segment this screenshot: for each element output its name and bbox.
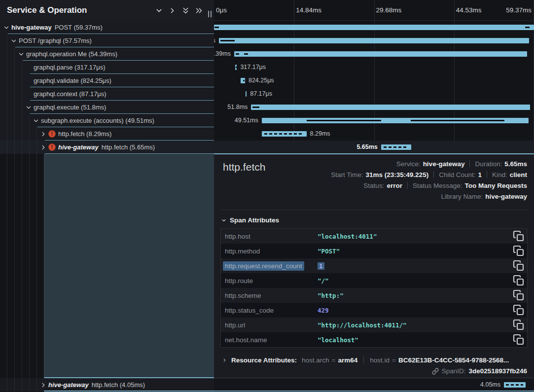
span-bar[interactable] (262, 131, 307, 137)
span-bar[interactable] (251, 105, 530, 110)
span-bar[interactable] (241, 78, 245, 83)
attribute-value[interactable]: "/" (318, 277, 513, 285)
tree-row[interactable]: graphql.parse (317.17μs) (0, 61, 214, 74)
bottom-accent-line (44, 391, 534, 392)
attribute-value[interactable]: "localhost:4011" (318, 233, 513, 240)
chevron-spacer (25, 77, 32, 84)
meta-value: hive-gateway (423, 160, 465, 168)
chevron-right-icon[interactable] (40, 144, 47, 151)
meta-label: Service: (396, 160, 421, 168)
copy-icon[interactable] (513, 245, 525, 257)
chevron-down-icon[interactable] (18, 51, 25, 58)
attribute-key[interactable]: http.status_code (221, 307, 318, 314)
attribute-row: http.host"localhost:4011" (221, 229, 527, 244)
tree-row[interactable]: graphql.execute (51.8ms) (0, 101, 214, 114)
expand-one-icon[interactable] (168, 6, 177, 15)
span-attributes-section-header[interactable]: Span Attributes (221, 216, 279, 224)
operation-label: graphql.operation Me (54.39ms) (26, 50, 117, 58)
span-id-value: 3de02518937fb246 (468, 367, 527, 375)
indent-guide (7, 101, 7, 114)
indent-guide (36, 378, 37, 392)
link-icon[interactable] (432, 368, 439, 375)
indent-guide (14, 101, 15, 114)
attribute-key[interactable]: http.method (221, 248, 318, 255)
indent-guide (14, 378, 15, 392)
span-bar[interactable] (504, 382, 526, 388)
child-span-mark (236, 53, 239, 55)
span-duration-label: 4.05ms (480, 378, 500, 392)
copy-icon[interactable] (513, 289, 525, 301)
chevron-down-icon (221, 217, 227, 223)
chevron-spacer (25, 64, 32, 71)
tree-row[interactable]: POST /graphql (57.57ms) (0, 34, 214, 47)
span-bar[interactable] (235, 65, 237, 70)
span-bar[interactable] (214, 25, 534, 30)
indent-guide (29, 114, 30, 127)
indent-guide (14, 61, 15, 74)
span-bar[interactable] (246, 91, 247, 97)
span-bar[interactable] (381, 144, 412, 150)
attribute-row: http.url"http://localhost:4011/" (221, 318, 527, 332)
tree-row[interactable]: graphql.context (87.17μs) (0, 87, 214, 101)
copy-icon[interactable] (513, 230, 525, 242)
tree-row[interactable]: subgraph.execute (accounts) (49.51ms) (0, 114, 214, 127)
attribute-key[interactable]: http.route (221, 277, 318, 285)
operation-label: http.fetch (5.65ms) (102, 143, 155, 151)
copy-icon[interactable] (513, 275, 525, 286)
chevron-right-icon[interactable] (40, 131, 47, 138)
indent-guide (7, 378, 7, 392)
span-bar[interactable] (262, 118, 529, 123)
child-span-mark (264, 133, 303, 135)
attribute-key[interactable]: net.host.name (221, 336, 318, 344)
indent-guide (7, 87, 7, 101)
span-meta: Service:hive-gatewayDuration:5.65msStart… (331, 158, 527, 202)
attribute-value[interactable]: "POST" (318, 248, 513, 255)
copy-icon[interactable] (513, 304, 525, 316)
chevron-down-icon[interactable] (25, 104, 32, 111)
child-span-mark (252, 107, 260, 108)
tree-row[interactable]: !hive-gatewayhttp.fetch (5.65ms) (0, 141, 214, 154)
span-meta-line: Status:errorStatus Message:Too Many Requ… (331, 180, 527, 191)
tree-row[interactable]: hive-gatewayhttp.fetch (4.05ms) (0, 378, 214, 392)
child-span-mark (244, 53, 248, 55)
attribute-key[interactable]: http.request.resend_count (221, 262, 318, 270)
span-bar[interactable] (219, 38, 530, 43)
meta-value: 31ms (23:35:49.225) (366, 171, 429, 178)
tree-row[interactable]: graphql.validate (824.25μs) (0, 74, 214, 87)
meta-value: hive-gateway (485, 193, 527, 200)
chevron-right-icon[interactable] (40, 382, 47, 389)
child-span-mark (307, 120, 381, 121)
span-id-row: SpanID: 3de02518937fb246 (432, 367, 527, 375)
span-bar[interactable] (234, 51, 527, 57)
meta-label: Duration: (475, 160, 502, 168)
tree-row[interactable]: !http.fetch (8.29ms) (0, 127, 214, 141)
timeline-row: 59.37ms (214, 21, 534, 34)
attribute-value[interactable]: "http://localhost:4011/" (318, 321, 513, 329)
attribute-value[interactable]: 429 (318, 307, 513, 314)
attribute-key[interactable]: http.url (221, 321, 318, 329)
operation-label: POST /graphql (57.57ms) (19, 37, 92, 44)
axis-tick-label: 14.84ms (296, 0, 321, 21)
panel-resize-handle[interactable] (208, 11, 212, 17)
tree-row[interactable]: hive-gatewayPOST (59.37ms) (0, 21, 214, 34)
attribute-value[interactable]: "localhost" (318, 336, 513, 344)
chevron-down-icon[interactable] (33, 117, 39, 124)
copy-icon[interactable] (513, 334, 525, 346)
attribute-key[interactable]: http.host (221, 233, 318, 240)
indent-guide (14, 114, 15, 127)
operation-label: graphql.parse (317.17μs) (34, 64, 106, 71)
expand-all-icon[interactable] (195, 6, 203, 15)
resource-value: BC62E13B-C4CC-5854-9788-2568... (398, 356, 509, 364)
attribute-key[interactable]: http.scheme (221, 292, 318, 299)
chevron-down-icon[interactable] (10, 37, 17, 44)
chevron-down-icon[interactable] (3, 24, 10, 31)
attribute-value[interactable]: "http:" (318, 292, 513, 299)
copy-icon[interactable] (513, 319, 525, 331)
indent-guide (7, 154, 7, 378)
resource-attributes-row[interactable]: Resource Attributes: host.arch=arm64host… (221, 354, 509, 366)
attribute-value[interactable]: 1 (318, 262, 513, 270)
tree-row[interactable]: graphql.operation Me (54.39ms) (0, 47, 214, 61)
copy-icon[interactable] (513, 260, 525, 272)
collapse-one-icon[interactable] (155, 6, 163, 15)
collapse-all-icon[interactable] (181, 6, 190, 15)
